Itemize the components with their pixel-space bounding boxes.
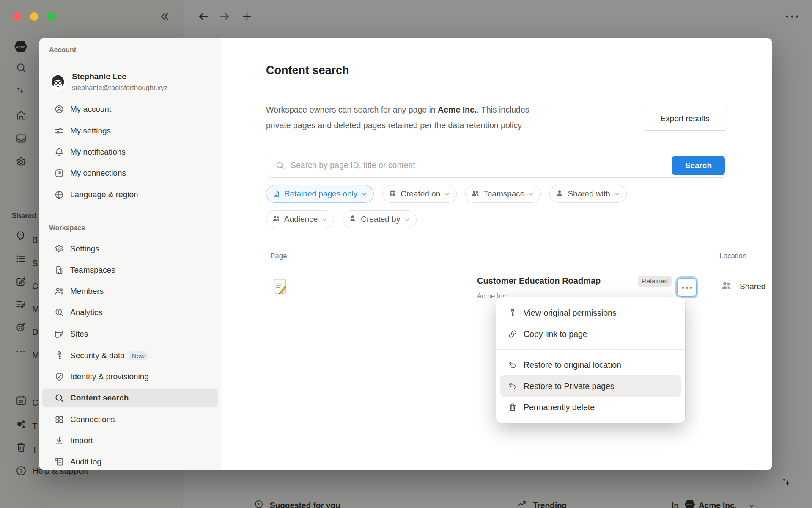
sliders-icon (54, 126, 64, 136)
workspace-section-label: Workspace (49, 224, 85, 232)
menu-item-label: View original permissions (524, 308, 617, 318)
people-icon (471, 189, 480, 199)
filter-label: Teamspace (483, 189, 524, 199)
new-badge: New (129, 351, 148, 360)
sidebar-item-label: Analytics (70, 308, 102, 317)
sidebar-item-sites[interactable]: Sites (42, 325, 218, 343)
zoom-window-button[interactable] (47, 12, 56, 21)
key-icon (54, 351, 64, 361)
page-title: Content search (266, 64, 349, 77)
gear-icon (54, 244, 64, 254)
filter-shared-with[interactable]: Shared with (549, 185, 626, 203)
sidebar-item-import[interactable]: Import (42, 431, 218, 450)
undo-arrow-icon (508, 381, 517, 391)
page-description: Workspace owners can search for any page… (266, 102, 647, 133)
row-actions-button[interactable] (677, 278, 697, 297)
sidebar-item-connections[interactable]: Connections (42, 410, 218, 429)
person-circle-icon (54, 104, 64, 114)
sidebar-item-teamspaces[interactable]: Teamspaces (42, 261, 218, 279)
menu-item-copy-link[interactable]: Copy link to page (500, 323, 681, 345)
trash-icon (508, 403, 517, 412)
search-button[interactable]: Search (672, 156, 725, 175)
filter-label: Retained pages only (284, 189, 357, 199)
description-text: Workspace owners can search for any page… (266, 105, 438, 114)
sidebar-item-audit-log[interactable]: Audit log (42, 453, 218, 470)
sidebar-item-my-account[interactable]: My account (42, 100, 218, 119)
filter-row-2: Audience Created by (266, 210, 417, 228)
menu-item-restore-original-location[interactable]: Restore to original location (500, 354, 681, 375)
people-icon (54, 286, 64, 296)
divider (266, 94, 727, 94)
sidebar-item-label: Connections (70, 415, 115, 424)
filter-label: Shared with (568, 189, 610, 199)
menu-item-permanently-delete[interactable]: Permanently delete (500, 397, 681, 418)
sidebar-item-language-region[interactable]: Language & region (42, 185, 218, 204)
column-header-location: Location (719, 252, 746, 260)
sidebar-item-identity-provisioning[interactable]: Identity & provisioning (42, 367, 218, 386)
menu-item-label: Restore to Private pages (524, 381, 614, 391)
sidebar-item-label: My connections (70, 168, 126, 178)
result-page-title[interactable]: Customer Education Roadmap (477, 276, 601, 286)
chevron-down-icon (444, 191, 450, 197)
building-icon (54, 265, 64, 275)
chevron-down-icon (614, 191, 620, 197)
search-icon (275, 161, 285, 170)
sidebar-item-members[interactable]: Members (42, 282, 218, 301)
bell-icon (54, 147, 64, 157)
sidebar-item-label: Language & region (70, 190, 138, 199)
sidebar-item-content-search[interactable]: Content search (42, 389, 218, 407)
column-header-page: Page (270, 252, 287, 260)
filter-teamspace[interactable]: Teamspace (465, 185, 541, 203)
scroll-icon (54, 457, 64, 467)
globe-icon (54, 190, 64, 200)
menu-item-restore-private-pages[interactable]: Restore to Private pages (500, 375, 681, 397)
minimize-window-button[interactable] (30, 12, 38, 21)
sidebar-item-my-connections[interactable]: My connections (42, 164, 218, 182)
chevron-down-icon (528, 191, 535, 197)
filter-created-by[interactable]: Created by (343, 210, 417, 228)
chevron-down-icon (321, 216, 328, 223)
description-text: private pages and deleted pages retained… (266, 121, 448, 130)
search-input[interactable] (290, 160, 672, 171)
shared-people-icon (721, 280, 732, 293)
grid-squares-icon (54, 414, 64, 425)
sidebar-item-security-data[interactable]: Security & data New (42, 346, 218, 365)
menu-item-view-original-permissions[interactable]: View original permissions (500, 302, 681, 323)
sidebar-item-label: Audit log (70, 457, 102, 467)
filter-label: Created on (401, 189, 440, 199)
data-retention-policy-link[interactable]: data retention policy (448, 121, 522, 130)
search-icon (54, 393, 64, 403)
content-search-bar: Search (266, 153, 728, 178)
filter-row-1: Retained pages only Created on Teamspace… (266, 185, 627, 203)
menu-item-label: Copy link to page (524, 329, 587, 339)
settings-sidebar: Account Stephanie Lee stephanie@toolsfor… (39, 38, 221, 470)
sidebar-item-settings[interactable]: Settings (42, 240, 218, 258)
sidebar-item-my-settings[interactable]: My settings (42, 121, 218, 140)
person-icon (348, 214, 357, 225)
user-email: stephanie@toolsforthought.xyz (72, 84, 168, 92)
sidebar-item-label: Import (70, 436, 93, 445)
sidebar-item-label: Members (70, 287, 104, 296)
sidebar-item-label: Teamspaces (70, 265, 115, 275)
user-name: Stephanie Lee (72, 72, 126, 81)
menu-item-label: Restore to original location (524, 360, 621, 370)
filter-audience[interactable]: Audience (266, 210, 334, 228)
location-value: Shared (740, 282, 765, 291)
export-results-button[interactable]: Export results (642, 106, 728, 131)
close-window-button[interactable] (13, 12, 21, 21)
retained-badge: Retained (638, 276, 672, 287)
menu-item-label: Permanently delete (524, 403, 595, 412)
sidebar-item-my-notifications[interactable]: My notifications (42, 143, 218, 161)
chevron-down-icon (361, 191, 368, 197)
sidebar-item-label: Settings (70, 244, 99, 254)
document-icon (272, 190, 280, 198)
link-icon (508, 329, 517, 339)
workspace-name: Acme Inc. (438, 105, 477, 114)
filter-retained-pages-only[interactable]: Retained pages only (266, 185, 374, 203)
description-text: . This includes (477, 105, 529, 114)
filter-created-on[interactable]: Created on (382, 185, 457, 203)
calendar-icon (388, 189, 397, 199)
sidebar-item-analytics[interactable]: Analytics (42, 303, 218, 322)
sidebar-item-label: Identity & provisioning (70, 372, 149, 381)
row-actions-menu: View original permissions Copy link to p… (496, 297, 685, 423)
